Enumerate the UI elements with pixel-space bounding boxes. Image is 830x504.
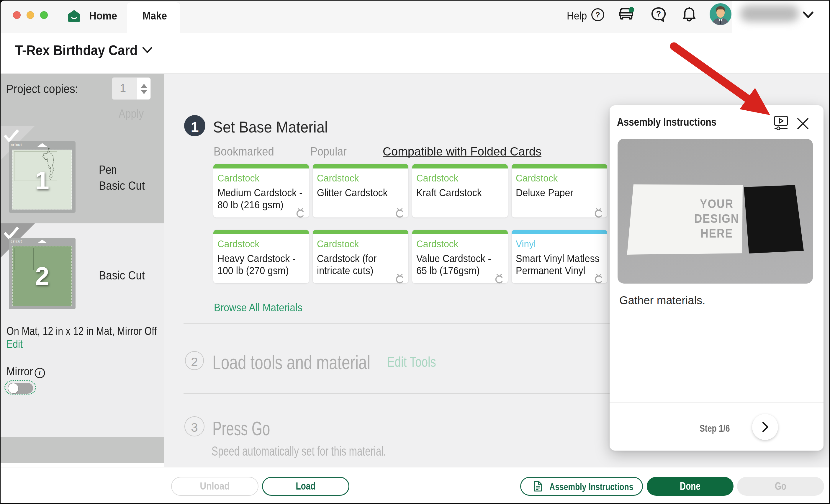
- svg-text:?: ?: [656, 9, 661, 18]
- svg-text:i: i: [39, 370, 41, 377]
- svg-text:?: ?: [596, 10, 600, 19]
